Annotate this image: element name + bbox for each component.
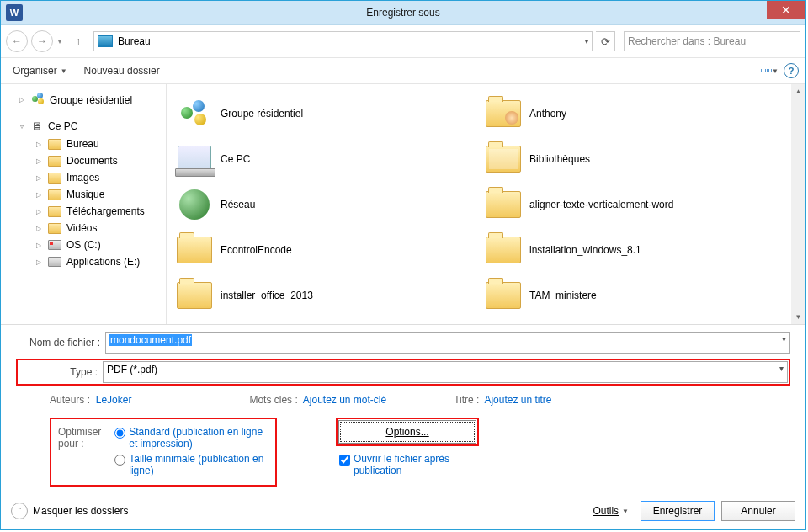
- search-input[interactable]: Rechercher dans : Bureau: [624, 31, 800, 51]
- organise-label: Organiser: [13, 65, 57, 77]
- hide-folders-button[interactable]: ˄ Masquer les dossiers: [11, 503, 128, 519]
- network-icon: [179, 189, 210, 220]
- pc-icon: [178, 146, 211, 173]
- radio-standard-input[interactable]: [114, 428, 125, 439]
- tree-item-documents[interactable]: ▷Documents: [1, 152, 166, 169]
- bottom-bar: ˄ Masquer les dossiers Outils ▼ Enregist…: [1, 492, 805, 529]
- hide-folders-label: Masquer les dossiers: [33, 505, 128, 517]
- folder-icon: [486, 191, 521, 218]
- folder-icon: [486, 237, 521, 263]
- file-label: aligner-texte-verticalement-word: [529, 199, 673, 210]
- vertical-scrollbar[interactable]: ▲ ▼: [791, 84, 805, 324]
- chevron-down-icon: ▼: [622, 508, 629, 515]
- view-mode-button[interactable]: ▼: [760, 61, 779, 80]
- explorer-body: ▷ Groupe résidentiel ▿ 🖥 Ce PC ▷Bureau ▷…: [1, 84, 805, 325]
- folder-icon: [48, 156, 61, 167]
- options-button[interactable]: Options...: [340, 422, 475, 442]
- tree-item-musique[interactable]: ▷Musique: [1, 186, 166, 203]
- file-label: TAM_ministere: [529, 290, 597, 301]
- filename-label: Nom de fichier :: [16, 337, 100, 348]
- tree-item-videos[interactable]: ▷Vidéos: [1, 220, 166, 237]
- file-item-homegroup[interactable]: Groupe résidentiel: [170, 91, 479, 136]
- file-item-thispc[interactable]: Ce PC: [170, 136, 479, 182]
- back-button[interactable]: ←: [6, 30, 28, 52]
- cancel-label: Annuler: [741, 505, 775, 517]
- filename-input[interactable]: [105, 332, 790, 354]
- tree-label: Bureau: [66, 138, 99, 150]
- organise-button[interactable]: Organiser ▼: [6, 62, 74, 79]
- tools-label: Outils: [593, 505, 619, 517]
- radio-standard-label: Standard (publication en ligne et impres…: [129, 426, 268, 450]
- keywords-value[interactable]: Ajoutez un mot-clé: [303, 394, 386, 406]
- save-label: Enregistrer: [653, 505, 703, 517]
- forward-button[interactable]: →: [31, 30, 53, 52]
- search-placeholder: Rechercher dans : Bureau: [628, 35, 746, 47]
- tree-label: Groupe résidentiel: [50, 94, 132, 106]
- cancel-button[interactable]: Annuler: [721, 501, 795, 521]
- file-item-network[interactable]: Réseau: [170, 182, 479, 227]
- tools-dropdown[interactable]: Outils ▼: [587, 503, 634, 519]
- open-after-input[interactable]: [339, 455, 350, 466]
- file-item-userfolder[interactable]: Anthony: [479, 91, 788, 136]
- titlebar: W Enregistrer sous ✕: [1, 1, 805, 25]
- scroll-up-icon[interactable]: ▲: [791, 84, 805, 98]
- optimize-highlight: Optimiser pour : Standard (publication e…: [50, 418, 277, 487]
- options-area: Optimiser pour : Standard (publication e…: [16, 414, 790, 487]
- radio-standard[interactable]: Standard (publication en ligne et impres…: [114, 426, 268, 450]
- type-highlight: Type : PDF (*.pdf): [16, 359, 790, 386]
- address-bar[interactable]: Bureau ▾: [93, 31, 593, 51]
- tree-item-os-c[interactable]: ▷OS (C:): [1, 237, 166, 253]
- file-label: Groupe résidentiel: [221, 108, 303, 120]
- tree-thispc[interactable]: ▿ 🖥 Ce PC: [1, 117, 166, 136]
- file-item-folder[interactable]: EcontrolEncode: [170, 227, 479, 273]
- history-dropdown[interactable]: ▾: [56, 38, 63, 45]
- close-button[interactable]: ✕: [767, 1, 805, 19]
- navigation-tree: ▷ Groupe résidentiel ▿ 🖥 Ce PC ▷Bureau ▷…: [1, 84, 167, 324]
- title-value[interactable]: Ajoutez un titre: [484, 394, 551, 406]
- type-label: Type :: [19, 366, 98, 378]
- tree-homegroup[interactable]: ▷ Groupe résidentiel: [1, 89, 166, 110]
- file-column-2: Anthony Bibliothèques aligner-texte-vert…: [479, 91, 788, 318]
- tree-label: Vidéos: [66, 222, 97, 234]
- address-dropdown-icon[interactable]: ▾: [585, 38, 588, 45]
- file-item-folder[interactable]: TAM_ministere: [479, 273, 788, 318]
- radio-minimal[interactable]: Taille minimale (publication en ligne): [114, 453, 268, 476]
- refresh-button[interactable]: ⟳: [596, 31, 615, 51]
- tree-item-bureau[interactable]: ▷Bureau: [1, 136, 166, 152]
- pc-icon: 🖥: [31, 120, 43, 133]
- authors-value[interactable]: LeJoker: [96, 394, 132, 406]
- up-button[interactable]: ↑: [72, 35, 85, 48]
- tree-item-apps-e[interactable]: ▷Applications (E:): [1, 253, 166, 270]
- file-item-folder[interactable]: aligner-texte-verticalement-word: [479, 182, 788, 227]
- tree-label: Téléchargements: [66, 205, 145, 217]
- save-button[interactable]: Enregistrer: [641, 501, 715, 521]
- file-item-libraries[interactable]: Bibliothèques: [479, 136, 788, 182]
- title-label: Titre :: [454, 394, 479, 406]
- open-after-label: Ouvrir le fichier après publication: [354, 453, 471, 476]
- tree-label: Images: [66, 172, 99, 184]
- radio-minimal-input[interactable]: [114, 455, 125, 466]
- homegroup-icon: [31, 92, 45, 108]
- folder-icon: [48, 189, 61, 200]
- optimize-label: Optimiser pour :: [58, 426, 109, 476]
- options-button-label: Options...: [385, 426, 428, 438]
- new-folder-button[interactable]: Nouveau dossier: [77, 62, 167, 79]
- user-folder-icon: [486, 100, 521, 127]
- tree-label: Musique: [66, 189, 104, 200]
- file-item-folder[interactable]: installer_office_2013: [170, 273, 479, 318]
- file-label: installer_office_2013: [221, 290, 313, 301]
- scroll-down-icon[interactable]: ▼: [791, 310, 805, 324]
- type-combobox[interactable]: PDF (*.pdf): [103, 361, 788, 383]
- tree-item-telechargements[interactable]: ▷Téléchargements: [1, 203, 166, 220]
- filename-row: Nom de fichier : mondocument.pdf: [16, 332, 790, 354]
- radio-minimal-label: Taille minimale (publication en ligne): [129, 453, 268, 476]
- chevron-down-icon: ▼: [61, 67, 67, 75]
- tree-item-images[interactable]: ▷Images: [1, 169, 166, 186]
- folder-icon: [177, 282, 212, 309]
- drive-icon: [48, 240, 61, 250]
- file-label: EcontrolEncode: [221, 244, 292, 256]
- help-button[interactable]: ?: [782, 61, 800, 80]
- open-after-checkbox[interactable]: Ouvrir le fichier après publication: [336, 453, 471, 476]
- file-item-folder[interactable]: installation_windows_8.1: [479, 227, 788, 273]
- type-value: PDF (*.pdf): [107, 364, 157, 375]
